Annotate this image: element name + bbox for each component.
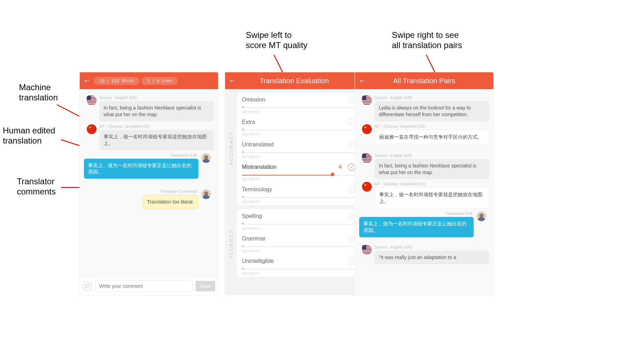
check-icon: ✓ <box>348 258 355 265</box>
editor-header: ← 29/153Words 2/9Lines <box>80 72 218 89</box>
comment-composer: Save <box>80 277 218 295</box>
accuracy-list: Omission ✓ SEVERITY Extra ✓ <box>237 93 360 205</box>
severity-slider[interactable] <box>242 107 355 109</box>
severity-label: SEVERITY <box>242 200 355 204</box>
back-button[interactable]: ← <box>229 76 237 85</box>
eval-item-name: Untranslated <box>242 141 274 148</box>
eval-item-name: Grammar <box>242 236 266 242</box>
pair-source-row: Source - English (EN) Lydia is always on… <box>359 95 489 121</box>
back-button[interactable]: ← <box>83 76 92 85</box>
us-flag-icon <box>362 95 372 105</box>
comment-label: Translator Comments <box>84 189 197 193</box>
edit-label: Translation Edit <box>84 153 197 157</box>
line-counter: 2/9Lines <box>141 77 178 85</box>
pairs-header: ← All Translation Pairs <box>355 72 493 89</box>
severity-label: SEVERITY <box>242 272 355 275</box>
eval-item-name: Unintelligible <box>242 258 274 264</box>
category-fluency: FLUENCY <box>225 207 237 280</box>
check-icon: ✓ <box>348 119 355 126</box>
eval-item-name: Mistranslation <box>242 164 277 170</box>
mt-row: MT - Chinese, Simplified (ZS) 事实上，做一名时尚项… <box>84 124 214 150</box>
eval-item[interactable]: Grammar ✓ SEVERITY <box>237 232 360 254</box>
mt-label: MT - Chinese, Simplified (ZS) <box>99 124 214 128</box>
check-icon: ✓ <box>348 235 355 242</box>
comment-row: Translator Comments Translation too lite… <box>84 189 214 209</box>
eval-item[interactable]: Mistranslation 4 ✓ SEVERITY <box>237 160 360 183</box>
eval-item-name: Omission <box>242 97 265 103</box>
source-bubble[interactable]: Lydia is always on the lookout for a way… <box>375 101 489 121</box>
pairs-title: All Translation Pairs <box>367 77 481 85</box>
comment-input[interactable] <box>95 280 193 292</box>
check-icon: ✓ <box>348 96 355 103</box>
eval-item[interactable]: Terminology ✓ SEVERITY <box>237 183 360 205</box>
mt-bubble[interactable]: 丽迪雅一直在寻找一种与竞争对手区分的方式。 <box>375 130 489 144</box>
category-accuracy: ACCURACY <box>225 89 237 207</box>
severity-slider[interactable] <box>242 268 355 270</box>
severity-slider[interactable] <box>242 223 355 225</box>
mt-label: MT - Chinese, Simplified (ZS) <box>375 182 489 186</box>
pair-source-row: Source - English (EN) "It was really jus… <box>359 245 489 264</box>
source-bubble: In fact, being a fashion Necklace specia… <box>99 101 214 121</box>
label-translator-comments: Translator comments <box>17 177 56 197</box>
severity-label: SEVERITY <box>242 227 355 230</box>
severity-label: SEVERITY <box>242 155 355 159</box>
label-swipe-left: Swipe left to score MT quality <box>246 30 308 51</box>
pair-source-row: Source - English (EN) In fact, being a f… <box>359 153 489 179</box>
severity-label: SEVERITY <box>242 110 355 114</box>
eval-item[interactable]: Omission ✓ SEVERITY <box>237 93 360 115</box>
source-bubble[interactable]: In fact, being a fashion Necklace specia… <box>375 159 489 179</box>
translator-avatar <box>201 153 211 163</box>
eval-item[interactable]: Spelling ✓ SEVERITY <box>237 209 360 232</box>
comment-bubble: Translation too literal. <box>143 195 198 209</box>
translator-avatar <box>201 189 211 199</box>
source-label: Source - English (EN) <box>375 245 489 249</box>
mt-bubble: 事实上，做一名时尚项链专家就是把她放在地图上。 <box>99 130 214 150</box>
fluency-list: Spelling ✓ SEVERITY Grammar ✓ <box>237 209 360 277</box>
evaluation-screen: ← Translation Evaluation ACCURACY Omissi… <box>225 72 364 295</box>
severity-slider[interactable] <box>242 152 355 154</box>
label-machine-translation: Machine translation <box>19 82 58 103</box>
pairs-screen: ← All Translation Pairs Source - English… <box>355 72 494 295</box>
eval-item-name: Terminology <box>242 186 272 193</box>
source-row: Source - English (EN) In fact, being a f… <box>84 95 214 121</box>
edit-row: Translation Edit 事实上，做为一名时尚项链专家正是让她出名的原因… <box>84 153 214 179</box>
editor-screen: ← 29/153Words 2/9Lines Source - English … <box>79 72 218 295</box>
eval-item-name: Extra <box>242 119 255 125</box>
severity-slider[interactable] <box>242 129 355 131</box>
severity-slider[interactable] <box>242 174 355 176</box>
pair-mt-row: MT - Chinese, Simplified (ZS) 事实上，做一名时尚项… <box>359 182 489 209</box>
edit-bubble[interactable]: 事实上，做为一名时尚项链专家正是让她出名的原因。 <box>84 159 198 179</box>
cn-flag-icon <box>362 124 372 134</box>
cn-flag-icon <box>87 124 97 134</box>
eval-item[interactable]: Untranslated ✓ SEVERITY <box>237 138 360 160</box>
eval-item[interactable]: Unintelligible ✓ SEVERITY <box>237 254 360 277</box>
check-icon: ✓ <box>348 213 355 220</box>
us-flag-icon <box>362 153 372 163</box>
eval-item-score: 4 <box>338 164 342 170</box>
source-label: Source - English (EN) <box>375 95 489 100</box>
severity-slider[interactable] <box>242 197 355 199</box>
source-label: Source - English (EN) <box>99 95 214 100</box>
mt-bubble[interactable]: 事实上，做一名时尚项链专家就是把她放在地图上。 <box>375 187 489 209</box>
comment-icon[interactable] <box>83 281 92 291</box>
severity-label: SEVERITY <box>242 249 355 253</box>
label-swipe-right: Swipe right to see all translation pairs <box>392 30 462 51</box>
eval-item[interactable]: Extra ✓ SEVERITY <box>237 115 360 138</box>
save-button[interactable]: Save <box>196 281 215 291</box>
back-button[interactable]: ← <box>358 76 367 85</box>
mt-label: MT - Chinese, Simplified (ZS) <box>375 124 489 128</box>
us-flag-icon <box>362 245 372 255</box>
edit-label: Translation Edit <box>359 211 472 216</box>
severity-label: SEVERITY <box>242 178 355 181</box>
eval-item-name: Spelling <box>242 213 262 219</box>
source-bubble[interactable]: "It was really just an adaptation to a <box>375 251 489 264</box>
evaluation-title: Translation Evaluation <box>237 77 351 85</box>
edit-bubble[interactable]: 事实上，做为一名时尚项链专家正是让她出名的原因。 <box>359 217 474 237</box>
word-counter: 29/153Words <box>94 77 139 85</box>
cn-flag-icon <box>362 182 372 192</box>
evaluation-header: ← Translation Evaluation <box>225 72 363 89</box>
pair-edit-row: Translation Edit 事实上，做为一名时尚项链专家正是让她出名的原因… <box>359 211 489 237</box>
check-icon: ✓ <box>348 186 355 193</box>
severity-slider[interactable] <box>242 246 355 248</box>
severity-label: SEVERITY <box>242 133 355 136</box>
